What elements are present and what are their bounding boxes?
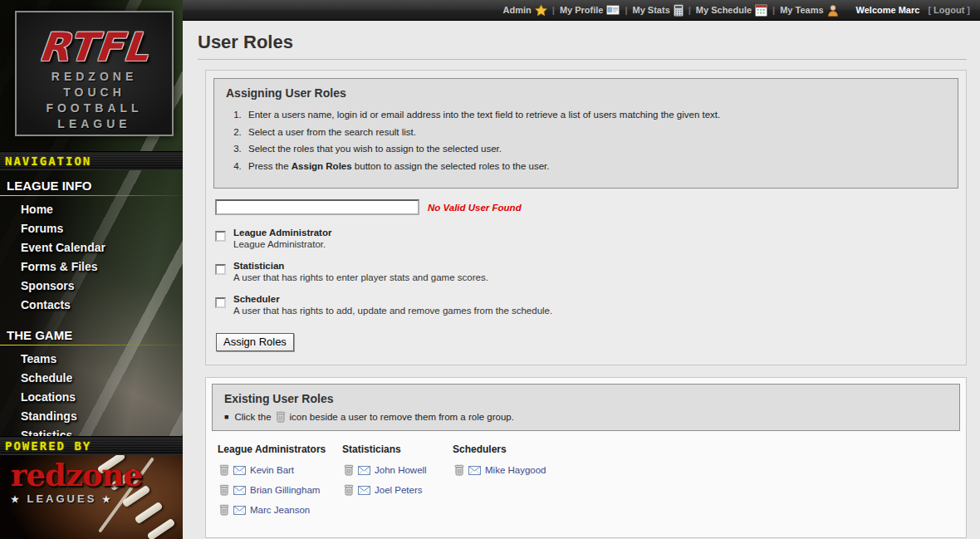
email-icon[interactable] — [468, 466, 481, 475]
navigation-banner: NAVIGATION — [0, 151, 183, 170]
remove-user-trash-icon[interactable] — [344, 464, 354, 476]
user-link[interactable]: Mike Haygood — [485, 465, 546, 475]
topbar-item-my-teams[interactable]: My Teams — [776, 4, 842, 17]
instruction-step: Enter a users name, login id or email ad… — [244, 109, 948, 122]
assigning-user-roles-panel: Assigning User Roles Enter a users name,… — [205, 70, 967, 365]
rtfl-logo-acronym: RTFL — [14, 26, 174, 69]
topbar-item-label: My Teams — [780, 5, 823, 15]
user-link[interactable]: Kevin Bart — [250, 465, 294, 475]
calculator-icon — [674, 4, 684, 17]
role-option-statistician: Statistician A user that has rights to e… — [215, 261, 958, 282]
user-row: Brian Gillingham — [219, 484, 342, 496]
existing-instruction: ■ Click the icon beside a user to remove… — [224, 411, 949, 423]
assigning-instructions-box: Assigning User Roles Enter a users name,… — [213, 78, 958, 189]
league-administrator-checkbox[interactable] — [215, 231, 226, 242]
user-link[interactable]: Joel Peters — [375, 485, 423, 495]
topbar-item-label: My Stats — [633, 5, 670, 15]
sidebar-item-teams[interactable]: Teams — [0, 350, 183, 369]
remove-user-trash-icon[interactable] — [219, 464, 229, 476]
sidebar-item-event-calendar[interactable]: Event Calendar — [0, 238, 183, 257]
email-icon[interactable] — [358, 466, 370, 475]
rtfl-logo-line: LEAGUE — [17, 116, 172, 132]
vcard-icon — [606, 5, 620, 15]
existing-instructions-box: Existing User Roles ■ Click the icon bes… — [212, 384, 960, 431]
user-link[interactable]: Marc Jeanson — [250, 505, 310, 515]
rtfl-logo[interactable]: RTFL REDZONE TOUCH FOOTBALL LEAGUE — [15, 11, 174, 136]
user-row: John Howell — [344, 464, 453, 476]
assign-roles-form: No Valid User Found League Administrator… — [213, 189, 958, 357]
instruction-steps: Enter a users name, login id or email ad… — [244, 109, 948, 173]
menu-section-the-game: THE GAME — [0, 321, 183, 345]
remove-user-trash-icon[interactable] — [454, 464, 464, 476]
group-statisticians: Statisticians John Howell Joel Peters — [342, 443, 453, 524]
group-title: League Administrators — [218, 443, 342, 455]
user-row: Joel Peters — [344, 484, 453, 496]
redzone-leagues-logo[interactable]: redzone ★ LEAGUES ★ — [0, 458, 183, 505]
logout-link[interactable]: Logout — [931, 5, 967, 15]
star-icon — [535, 4, 547, 17]
remove-user-trash-icon[interactable] — [219, 484, 229, 496]
role-label: Statistician — [233, 261, 488, 271]
main-content: User Roles Assigning User Roles Enter a … — [183, 21, 980, 539]
yellow-underline — [0, 345, 183, 345]
sidebar-item-standings[interactable]: Standings — [0, 407, 183, 426]
instruction-step: Select a user from the search result lis… — [244, 126, 948, 140]
sidebar-item-contacts[interactable]: Contacts — [0, 296, 183, 315]
sidebar-item-forums[interactable]: Forums — [0, 219, 183, 238]
assign-roles-button[interactable]: Assign Roles — [216, 333, 294, 351]
user-icon — [827, 4, 839, 17]
role-description: A user that has rights to enter player s… — [233, 272, 488, 282]
existing-heading: Existing User Roles — [224, 392, 949, 405]
sidebar-item-forms-files[interactable]: Forms & Files — [0, 257, 183, 277]
sidebar-item-schedule[interactable]: Schedule — [0, 369, 183, 388]
topbar-item-label: Admin — [503, 5, 532, 15]
group-schedulers: Schedulers Mike Haygood — [453, 443, 546, 524]
group-title: Statisticians — [342, 443, 453, 455]
email-icon[interactable] — [233, 506, 246, 515]
redzone-brand-text: redzone — [11, 458, 183, 492]
topbar-item-my-stats[interactable]: My Stats — [629, 4, 688, 17]
logout-group: [Logout] — [928, 5, 970, 15]
email-icon[interactable] — [358, 486, 370, 495]
topbar-item-label: My Profile — [560, 5, 604, 15]
remove-user-trash-icon[interactable] — [219, 504, 229, 516]
powered-by-banner: POWERED BY — [0, 436, 183, 455]
topbar: Admin | My Profile | My Stats | My Sched… — [183, 0, 980, 21]
role-label: Scheduler — [233, 294, 552, 304]
remove-user-trash-icon[interactable] — [344, 484, 354, 496]
rtfl-logo-line: TOUCH — [17, 85, 172, 100]
assigning-heading: Assigning User Roles — [226, 86, 948, 100]
sidebar-item-sponsors[interactable]: Sponsors — [0, 277, 183, 296]
email-icon[interactable] — [233, 486, 246, 495]
role-option-league-administrator: League Administrator League Administrato… — [215, 228, 958, 249]
sidebar-item-home[interactable]: Home — [0, 200, 183, 219]
user-row: Mike Haygood — [454, 464, 546, 476]
yellow-underline — [0, 195, 183, 196]
topbar-item-admin[interactable]: Admin — [499, 4, 551, 17]
topbar-item-my-profile[interactable]: My Profile — [556, 5, 625, 15]
search-status-text: No Valid User Found — [428, 203, 522, 213]
statistician-checkbox[interactable] — [215, 264, 226, 275]
scheduler-checkbox[interactable] — [215, 297, 226, 308]
star-icon: ★ — [11, 494, 22, 504]
sidebar: RTFL REDZONE TOUCH FOOTBALL LEAGUE NAVIG… — [0, 0, 183, 539]
user-search-input[interactable] — [215, 199, 419, 215]
topbar-item-my-schedule[interactable]: My Schedule — [692, 4, 772, 17]
role-description: League Administrator. — [233, 239, 331, 249]
email-icon[interactable] — [233, 466, 246, 475]
sidebar-item-locations[interactable]: Locations — [0, 388, 183, 407]
user-row: Marc Jeanson — [219, 504, 342, 516]
trash-icon — [276, 411, 286, 423]
group-title: Schedulers — [453, 443, 546, 455]
topbar-item-label: My Schedule — [696, 5, 752, 15]
menu-section-league-info: LEAGUE INFO — [0, 172, 183, 195]
instruction-step: Press the Assign Roles button to assign … — [244, 160, 948, 174]
user-link[interactable]: John Howell — [375, 465, 427, 475]
star-icon: ★ — [102, 494, 113, 504]
app-window: RTFL REDZONE TOUCH FOOTBALL LEAGUE NAVIG… — [0, 0, 980, 539]
role-label: League Administrator — [233, 228, 331, 238]
group-league-administrators: League Administrators Kevin Bart Brian G… — [218, 443, 342, 524]
square-bullet: ■ — [224, 413, 228, 421]
user-link[interactable]: Brian Gillingham — [250, 485, 320, 495]
role-description: A user that has rights to add, update an… — [233, 306, 552, 316]
